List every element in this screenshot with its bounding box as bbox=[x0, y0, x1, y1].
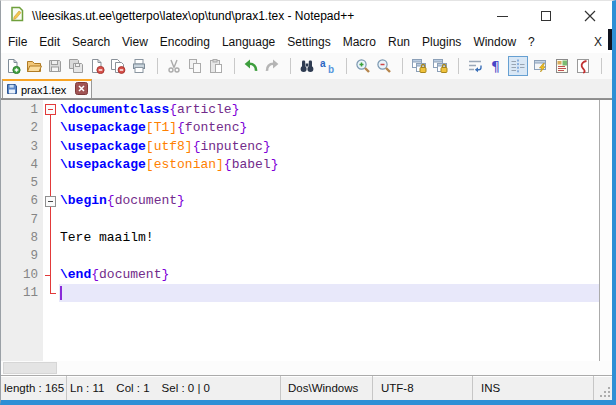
code-line-10[interactable]: \end{document} bbox=[59, 266, 599, 284]
code-line-3[interactable]: \usepackage[utf8]{inputenc} bbox=[59, 138, 599, 156]
menu-bar: FileEditSearchViewEncodingLanguageSettin… bbox=[1, 31, 612, 53]
code-line-9[interactable] bbox=[59, 247, 599, 265]
status-sel: Sel : 0 | 0 bbox=[162, 382, 210, 394]
new-file-button[interactable] bbox=[4, 58, 21, 75]
window-title: \\leesikas.ut.ee\getterpo\latex\op\tund\… bbox=[32, 9, 354, 23]
find-button[interactable] bbox=[298, 58, 315, 75]
menu-item-plugins[interactable]: Plugins bbox=[416, 31, 467, 53]
user-defined-language-button[interactable] bbox=[532, 58, 549, 75]
word-wrap-button[interactable] bbox=[466, 58, 483, 75]
paste-button[interactable] bbox=[207, 58, 224, 75]
title-bar: \\leesikas.ut.ee\getterpo\latex\op\tund\… bbox=[1, 1, 612, 31]
zoom-out-button[interactable] bbox=[375, 58, 392, 75]
code-line-1[interactable]: \documentclass{article} bbox=[59, 101, 599, 119]
fold-mark bbox=[43, 284, 59, 302]
menu-item-view[interactable]: View bbox=[116, 31, 154, 53]
show-indent-guide-button[interactable] bbox=[508, 56, 528, 76]
tab-close-icon[interactable] bbox=[75, 81, 88, 99]
document-map-button[interactable] bbox=[553, 58, 570, 75]
horizontal-scrollbar-thumb[interactable] bbox=[3, 362, 57, 374]
open-file-button[interactable] bbox=[25, 58, 42, 75]
line-number: 10 bbox=[1, 266, 43, 284]
code-area[interactable]: \documentclass{article}\usepackage[T1]{f… bbox=[59, 100, 599, 361]
fold-margin[interactable] bbox=[43, 100, 59, 361]
menu-item-encoding[interactable]: Encoding bbox=[154, 31, 216, 53]
code-line-8[interactable]: Tere maailm! bbox=[59, 229, 599, 247]
svg-text:¶: ¶ bbox=[491, 58, 500, 74]
resize-grip[interactable] bbox=[600, 387, 610, 397]
minimize-button[interactable] bbox=[480, 1, 524, 31]
menu-item-macro[interactable]: Macro bbox=[337, 31, 382, 53]
code-line-5[interactable] bbox=[59, 174, 599, 192]
notepad-plus-plus-window: \\leesikas.ut.ee\getterpo\latex\op\tund\… bbox=[0, 0, 616, 405]
status-insert-mode: INS bbox=[473, 376, 612, 400]
maximize-button[interactable] bbox=[524, 1, 568, 31]
horizontal-scrollbar[interactable] bbox=[1, 361, 612, 375]
copy-button[interactable] bbox=[186, 58, 203, 75]
toolbar-separator bbox=[234, 58, 235, 74]
redo-button[interactable] bbox=[263, 58, 280, 75]
line-number: 6 bbox=[1, 192, 43, 210]
close-all-button[interactable] bbox=[109, 58, 126, 75]
close-button[interactable] bbox=[568, 1, 612, 31]
toolbar-separator bbox=[458, 58, 459, 74]
tab-bar: prax1.tex bbox=[1, 79, 612, 99]
sync-horizontal-scroll-button[interactable] bbox=[431, 58, 448, 75]
fold-mark bbox=[43, 229, 59, 247]
fold-mark bbox=[43, 247, 59, 265]
close-button[interactable] bbox=[88, 58, 105, 75]
status-bar: length : 165 Ln : 11 Col : 1 Sel : 0 | 0… bbox=[1, 375, 612, 400]
menu-item-search[interactable]: Search bbox=[66, 31, 116, 53]
menu-item-window[interactable]: Window bbox=[467, 31, 522, 53]
code-line-2[interactable]: \usepackage[T1]{fontenc} bbox=[59, 119, 599, 137]
fold-mark bbox=[43, 156, 59, 174]
dark-sliver bbox=[608, 29, 612, 50]
toolbar-separator bbox=[346, 58, 347, 74]
toolbar: ab¶ bbox=[1, 53, 612, 79]
tab-label: prax1.tex bbox=[21, 84, 66, 96]
line-number: 9 bbox=[1, 247, 43, 265]
fold-mark bbox=[43, 211, 59, 229]
code-line-6[interactable]: \begin{document} bbox=[59, 192, 599, 210]
editor[interactable]: 1234567891011 \documentclass{article}\us… bbox=[1, 99, 612, 375]
fold-mark[interactable] bbox=[43, 101, 59, 119]
fold-mark[interactable] bbox=[43, 192, 59, 210]
menu-item-help[interactable]: ? bbox=[522, 31, 541, 53]
sync-vertical-scroll-button[interactable] bbox=[410, 58, 427, 75]
code-line-11[interactable] bbox=[59, 284, 599, 302]
menu-item-language[interactable]: Language bbox=[216, 31, 281, 53]
tab-prax1[interactable]: prax1.tex bbox=[2, 79, 92, 98]
replace-button[interactable]: ab bbox=[319, 58, 336, 75]
code-line-7[interactable] bbox=[59, 211, 599, 229]
toolbar-separator bbox=[402, 58, 403, 74]
vertical-scrollbar[interactable] bbox=[599, 100, 612, 361]
line-number: 4 bbox=[1, 156, 43, 174]
show-all-characters-button[interactable]: ¶ bbox=[487, 58, 504, 75]
line-number: 3 bbox=[1, 138, 43, 156]
svg-text:a: a bbox=[320, 58, 326, 69]
fold-mark bbox=[43, 174, 59, 192]
cut-button[interactable] bbox=[165, 58, 182, 75]
status-position: Ln : 11 Col : 1 Sel : 0 | 0 bbox=[67, 376, 281, 400]
save-all-button[interactable] bbox=[67, 58, 84, 75]
svg-text:b: b bbox=[328, 64, 334, 74]
status-col: Col : 1 bbox=[116, 382, 149, 394]
toolbar-separator bbox=[290, 58, 291, 74]
menu-item-file[interactable]: File bbox=[2, 31, 33, 53]
code-line-4[interactable]: \usepackage[estonian]{babel} bbox=[59, 156, 599, 174]
print-button[interactable] bbox=[130, 58, 147, 75]
zoom-in-button[interactable] bbox=[354, 58, 371, 75]
menu-item-settings[interactable]: Settings bbox=[281, 31, 336, 53]
function-list-button[interactable] bbox=[574, 58, 591, 75]
fold-mark bbox=[43, 138, 59, 156]
line-number: 1 bbox=[1, 101, 43, 119]
menu-item-edit[interactable]: Edit bbox=[33, 31, 66, 53]
status-length: length : 165 bbox=[1, 376, 67, 400]
save-button[interactable] bbox=[46, 58, 63, 75]
fold-mark bbox=[43, 266, 59, 284]
status-encoding: UTF-8 bbox=[373, 376, 473, 400]
line-number: 7 bbox=[1, 211, 43, 229]
undo-button[interactable] bbox=[242, 58, 259, 75]
menu-item-run[interactable]: Run bbox=[382, 31, 416, 53]
text-caret bbox=[60, 286, 62, 300]
